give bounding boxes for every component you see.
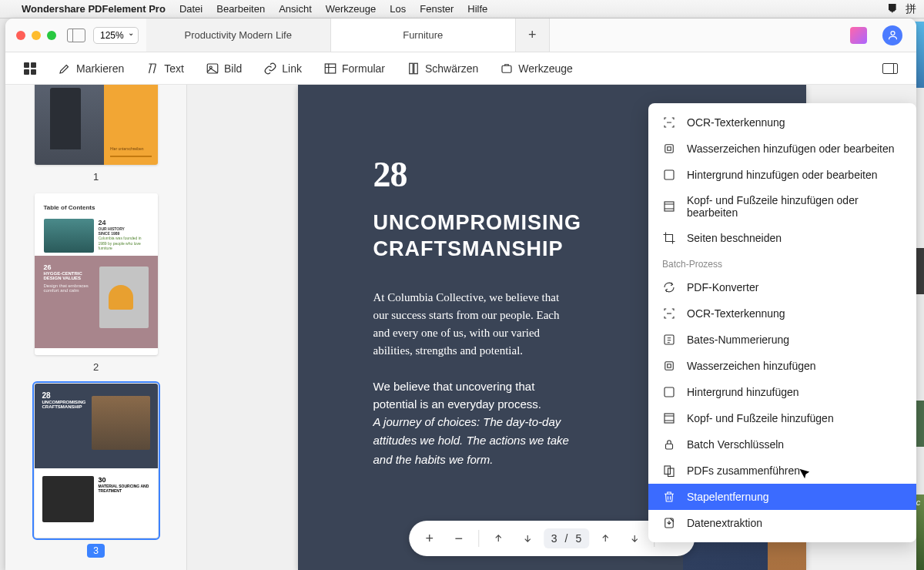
svg-point-0 [891,32,895,35]
svg-rect-3 [325,64,336,73]
menu-bearbeiten[interactable]: Bearbeiten [216,3,265,15]
dd-background-edit[interactable]: Hintergrund hinzufügen oder bearbeiten [648,162,916,188]
page-paragraph-1: At Columbia Collective, we believe that … [373,289,574,360]
menu-datei[interactable]: Datei [179,3,203,15]
svg-rect-8 [665,170,674,179]
thumbnail-page-1[interactable]: Hier unterschreiben [35,85,158,165]
svg-rect-7 [665,145,674,153]
page-number-3-active: 3 [87,544,105,558]
svg-rect-11 [665,362,674,370]
menu-ansicht[interactable]: Ansicht [279,3,312,15]
window-controls [5,31,67,40]
zoom-out-button[interactable]: − [446,525,472,552]
current-page: 3 [551,532,557,545]
app-window: 125% Productivity Modern Life Furniture … [5,18,916,570]
redact-tool[interactable]: Schwärzen [407,62,478,75]
dd-batch-encrypt[interactable]: Batch Verschlüsseln [648,431,916,458]
macos-menubar: Wondershare PDFelement Pro Datei Bearbei… [0,0,924,18]
input-method-icon[interactable]: 拼 [906,2,916,16]
menu-hilfe[interactable]: Hilfe [467,3,487,15]
dd-batch-ocr[interactable]: OCR-Texterkennung [648,300,916,327]
svg-rect-16 [668,468,675,477]
tools-menu-button[interactable]: Werkzeuge [500,62,573,75]
maximize-window-button[interactable] [47,31,56,40]
form-tool[interactable]: Formular [323,62,385,75]
total-pages: 5 [575,532,581,545]
app-brand-icon[interactable] [850,27,867,44]
titlebar: 125% Productivity Modern Life Furniture … [5,18,916,52]
main-toolbar: Markieren Text Bild Link Formular Schwär… [5,52,916,85]
svg-rect-15 [665,466,671,474]
dd-ocr[interactable]: OCR-Texterkennung [648,109,916,136]
close-window-button[interactable] [16,31,25,40]
dd-batch-background[interactable]: Hintergrund hinzufügen [648,379,916,405]
thumbnails-view-button[interactable] [24,62,36,75]
link-tool[interactable]: Link [263,62,302,75]
dd-data-extraction[interactable]: Datenextraktion [648,510,916,536]
page-number-2: 2 [93,361,99,373]
dd-merge-pdfs[interactable]: PDFs zusammenführen [648,458,916,484]
last-page-button[interactable] [514,525,541,552]
account-button[interactable] [882,25,902,45]
thumbnail-panel[interactable]: Hier unterschreiben 1 Table of Contents … [5,85,187,570]
tools-dropdown: OCR-Texterkennung Wasserzeichen hinzufüg… [648,103,916,542]
svg-rect-6 [502,65,511,72]
dd-pdf-converter[interactable]: PDF-Konverter [648,274,916,300]
first-page-button[interactable] [485,525,511,552]
dd-batch-header-footer[interactable]: Kopf- und Fußzeile hinzufügen [648,405,916,431]
menu-los[interactable]: Los [390,3,406,15]
text-tool[interactable]: Text [146,62,184,75]
dd-section-label: Batch-Prozess [648,251,916,274]
app-name[interactable]: Wondershare PDFelement Pro [22,3,166,15]
minimize-window-button[interactable] [32,31,41,40]
dd-watermark-edit[interactable]: Wasserzeichen hinzufügen oder bearbeiten [648,136,916,162]
tab-productivity[interactable]: Productivity Modern Life [146,18,331,52]
page-number-1: 1 [93,171,99,183]
new-tab-button[interactable]: + [516,18,550,52]
next-page-button[interactable] [621,525,648,552]
mouse-cursor-icon [797,466,814,486]
dd-crop[interactable]: Seiten beschneiden [648,225,916,251]
sidebar-toggle-button[interactable] [67,28,85,42]
svg-rect-4 [410,63,413,74]
svg-rect-13 [665,414,674,423]
image-tool[interactable]: Bild [206,62,242,75]
page-paragraph-2: We believe that uncovering that potentia… [373,377,574,469]
page-indicator[interactable]: 3 / 5 [544,528,589,548]
svg-rect-12 [665,387,674,397]
thumbnail-page-2[interactable]: Table of Contents 24 OUR HISTORY SINCE 1… [35,193,158,355]
dd-header-footer-edit[interactable]: Kopf- und Fußzeile hinzufügen oder bearb… [648,188,916,225]
svg-rect-9 [665,202,674,211]
dd-batch-remove[interactable]: Stapelentfernung [648,484,916,510]
document-tabs: Productivity Modern Life Furniture + [146,18,836,52]
dd-bates[interactable]: Bates-Nummerierung [648,327,916,353]
prev-page-button[interactable] [592,525,618,552]
zoom-value: 125% [100,30,124,41]
menu-fenster[interactable]: Fenster [420,3,454,15]
menu-werkzeuge[interactable]: Werkzeuge [326,3,377,15]
zoom-select[interactable]: 125% [93,27,139,44]
tab-furniture[interactable]: Furniture [331,18,516,52]
shield-icon[interactable]: ⛊ [887,2,898,16]
zoom-in-button[interactable]: + [417,525,443,552]
svg-rect-5 [414,63,418,74]
highlight-tool[interactable]: Markieren [58,62,124,75]
thumbnail-page-3[interactable]: 28 UNCOMPROMISING CRAFTSMANSHIP 30 MATER… [35,384,158,538]
svg-rect-14 [666,444,673,449]
panel-toggle-button[interactable] [882,63,898,74]
dd-batch-watermark[interactable]: Wasserzeichen hinzufügen [648,353,916,379]
